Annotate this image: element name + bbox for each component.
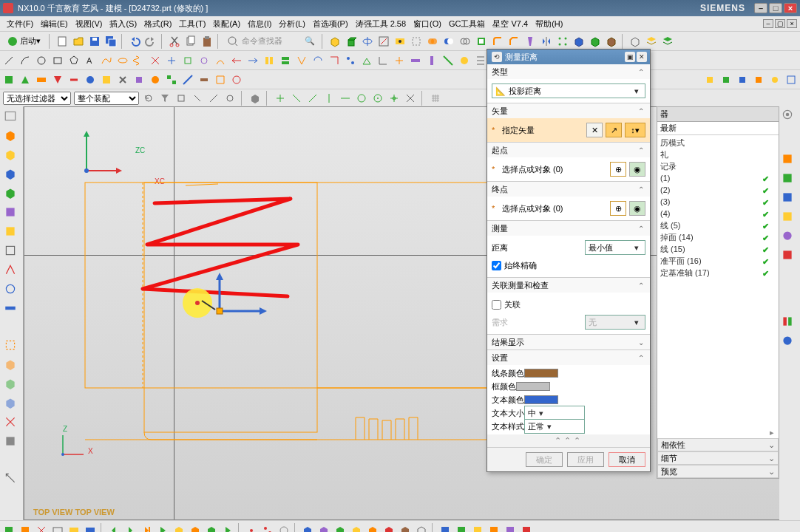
ld-1[interactable]: [1, 108, 19, 124]
dialog-close-icon[interactable]: ✕: [637, 52, 647, 62]
ld-18[interactable]: [1, 470, 19, 486]
precise-checkbox[interactable]: [492, 261, 501, 270]
menu-gctool[interactable]: GC工具箱: [445, 18, 489, 30]
bt-4[interactable]: [50, 523, 65, 533]
menu-taoqiang[interactable]: 涛强工具 2.58: [352, 18, 410, 30]
fb-sel4-icon[interactable]: [322, 92, 336, 105]
tb3-14-icon[interactable]: [213, 72, 228, 87]
fb-grid-icon[interactable]: [429, 92, 442, 105]
bt-sol3[interactable]: [333, 523, 348, 533]
chamfer-icon[interactable]: [506, 34, 521, 49]
bt-next-icon[interactable]: [123, 523, 138, 533]
fb-shade-icon[interactable]: [248, 92, 262, 105]
curve-op1-icon[interactable]: [148, 53, 163, 68]
rd-settings-icon[interactable]: [781, 108, 797, 124]
tb3-7-icon[interactable]: [99, 72, 114, 87]
bt-misc3[interactable]: [470, 523, 485, 533]
ld-13[interactable]: [1, 356, 19, 372]
ld-2[interactable]: [1, 127, 19, 143]
menu-info[interactable]: 信息(I): [244, 18, 275, 30]
open-icon[interactable]: [71, 34, 86, 49]
bt-sol4[interactable]: [349, 523, 364, 533]
collapse-icon[interactable]: ⌃: [637, 67, 645, 76]
bt-sol2[interactable]: [316, 523, 331, 533]
fb-1-icon[interactable]: [174, 92, 188, 105]
text-size-combo[interactable]: 中▾: [524, 406, 585, 420]
nav-dep[interactable]: 相依性⌄: [657, 438, 779, 451]
start-button[interactable]: 启动 ▾: [1, 34, 46, 49]
fb-sel5-icon[interactable]: [339, 92, 352, 105]
line-color-swatch[interactable]: [524, 369, 558, 378]
start-point-icon[interactable]: ⊕: [610, 162, 626, 177]
rd-6[interactable]: [781, 248, 797, 265]
fb-refresh-icon[interactable]: [142, 92, 155, 105]
assoc-checkbox[interactable]: [492, 300, 501, 310]
tb3-10-icon[interactable]: [148, 72, 163, 87]
bt-sol1[interactable]: [300, 523, 315, 533]
rd-4[interactable]: [781, 210, 797, 226]
body3-icon[interactable]: [604, 34, 619, 49]
layer2-icon[interactable]: [660, 34, 675, 49]
revolve-icon[interactable]: [360, 34, 375, 49]
menu-insert[interactable]: 插入(S): [106, 18, 140, 30]
fb-4-icon[interactable]: [223, 92, 237, 105]
bt-pt1[interactable]: [244, 523, 259, 533]
undo-icon[interactable]: [127, 34, 142, 49]
filter-select-1[interactable]: 无选择过滤器: [3, 92, 71, 105]
fb-sel9-icon[interactable]: [404, 92, 417, 105]
menu-analysis[interactable]: 分析(L): [275, 18, 308, 30]
ld-16[interactable]: [1, 414, 19, 430]
tb3-2-icon[interactable]: [18, 72, 33, 87]
curve-op14-icon[interactable]: [359, 53, 374, 68]
bt-sol8[interactable]: [414, 523, 429, 533]
bt-3[interactable]: [34, 523, 49, 533]
fb-sel1-icon[interactable]: [274, 92, 287, 105]
fillet-icon[interactable]: [490, 34, 505, 49]
tb3-4-icon[interactable]: [50, 72, 65, 87]
tb3-12-icon[interactable]: [180, 72, 195, 87]
curve-op17-icon[interactable]: [408, 53, 423, 68]
menu-prefs[interactable]: 首选项(P): [309, 18, 352, 30]
more-icon[interactable]: [628, 34, 643, 49]
tb3-5-icon[interactable]: [67, 72, 81, 87]
redo-icon[interactable]: [143, 34, 158, 49]
line-icon[interactable]: [1, 53, 16, 68]
body2-icon[interactable]: [588, 34, 603, 49]
tb3-r6-icon[interactable]: [784, 72, 799, 87]
menu-format[interactable]: 格式(R): [140, 18, 175, 30]
bt-sol6[interactable]: [382, 523, 396, 533]
bt-play-icon[interactable]: [155, 523, 170, 533]
bt-pt2[interactable]: [260, 523, 275, 533]
ld-17[interactable]: [1, 433, 19, 449]
dialog-rollup-icon[interactable]: ▣: [625, 52, 635, 62]
menu-assembly[interactable]: 装配(A): [209, 18, 244, 30]
menu-help[interactable]: 帮助(H): [532, 18, 566, 30]
draft-icon[interactable]: [523, 34, 538, 49]
cancel-button[interactable]: 取消: [609, 452, 645, 467]
menu-edit[interactable]: 编辑(E): [37, 18, 72, 30]
new-icon[interactable]: [55, 34, 70, 49]
rd-2[interactable]: [781, 171, 797, 188]
nav-preview[interactable]: 预览⌄: [657, 465, 779, 478]
copy-icon[interactable]: [183, 34, 198, 49]
menu-window[interactable]: 窗口(O): [410, 18, 445, 30]
text-icon[interactable]: A: [83, 53, 98, 68]
dist-combo[interactable]: 最小值▾: [585, 240, 645, 255]
menu-tools[interactable]: 工具(T): [175, 18, 209, 30]
menu-xingkong[interactable]: 星空 V7.4: [489, 18, 532, 30]
bt-6[interactable]: [83, 523, 98, 533]
fb-sel7-icon[interactable]: [371, 92, 384, 105]
dialog-titlebar[interactable]: ⟲ 测量距离 ▣ ✕: [487, 50, 650, 64]
curve-op15-icon[interactable]: [376, 53, 390, 68]
curve-op21-icon[interactable]: [473, 53, 488, 68]
rd-1[interactable]: [781, 152, 797, 168]
extrude-icon[interactable]: [344, 34, 359, 49]
box-color-swatch[interactable]: [516, 382, 550, 391]
bt-1[interactable]: [1, 523, 16, 533]
bt-run-icon[interactable]: [220, 523, 235, 533]
pattern-icon[interactable]: [555, 34, 570, 49]
ld-14[interactable]: [1, 375, 19, 392]
bt-cube1[interactable]: [172, 523, 186, 533]
start-obj-icon[interactable]: ◉: [629, 162, 645, 177]
bt-step-icon[interactable]: [139, 523, 154, 533]
